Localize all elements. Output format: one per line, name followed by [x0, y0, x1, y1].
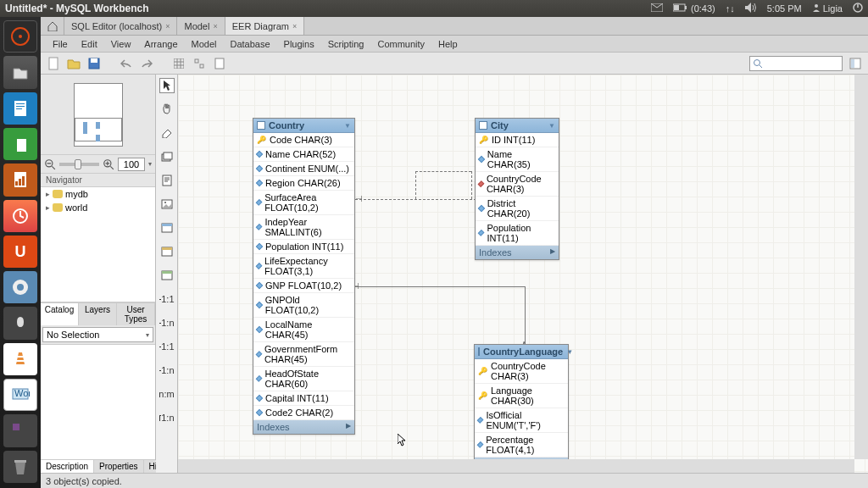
dash-icon[interactable] [3, 20, 37, 53]
trash-icon[interactable] [3, 451, 37, 483]
zoom-slider[interactable] [59, 163, 99, 166]
volume-icon[interactable] [745, 3, 757, 14]
menu-arrange[interactable]: Arrange [137, 37, 184, 51]
relation-country-lang[interactable] [352, 286, 525, 287]
tab-eer-diagram[interactable]: EER Diagram× [225, 17, 305, 35]
eraser-tool[interactable] [159, 125, 175, 141]
redo-button[interactable] [139, 56, 154, 71]
vlc-icon[interactable] [3, 343, 37, 375]
column[interactable]: Region CHAR(26) [253, 176, 354, 191]
workbench-icon[interactable]: WorkBench [3, 379, 37, 411]
note-tool[interactable] [159, 173, 175, 188]
update-icon[interactable] [3, 200, 37, 232]
menu-community[interactable]: Community [370, 37, 431, 51]
tab-layers[interactable]: Layers [79, 303, 117, 325]
mail-icon[interactable] [651, 3, 663, 14]
menu-help[interactable]: Help [431, 37, 465, 51]
expand-icon[interactable]: ▸ [46, 190, 50, 198]
entity-country[interactable]: Country▼ 🔑Code CHAR(3)Name CHAR(52)Conti… [253, 118, 355, 435]
menu-scripting[interactable]: Scripting [321, 37, 371, 51]
column[interactable]: LifeExpectancy FLOAT(3,1) [253, 254, 354, 279]
routine-tool[interactable] [159, 268, 175, 283]
page-setup-button[interactable] [212, 56, 227, 71]
menu-plugins[interactable]: Plugins [277, 37, 321, 51]
hand-tool[interactable] [159, 102, 175, 117]
rel-1-1-id-tool[interactable]: 1:1 [159, 339, 175, 354]
indexes-label[interactable]: Indexes [257, 422, 290, 432]
relation-country-city[interactable] [415, 171, 416, 199]
software-center-icon[interactable]: U [3, 236, 37, 268]
vertical-scrollbar[interactable] [854, 75, 868, 459]
column[interactable]: 🔑Code CHAR(3) [253, 133, 354, 147]
relation-country-lang[interactable] [525, 286, 526, 346]
grid-toggle-button[interactable] [171, 56, 186, 71]
minimap[interactable] [74, 83, 123, 147]
undo-button[interactable] [119, 56, 134, 71]
relation-country-city[interactable] [471, 171, 472, 199]
menu-model[interactable]: Model [185, 37, 224, 51]
relation-country-city[interactable] [415, 171, 471, 172]
column[interactable]: Name CHAR(52) [253, 147, 354, 162]
zoom-value[interactable]: 100 [118, 158, 145, 171]
canvas[interactable]: ≺ ⊣ ⊣ ≺ Country▼ 🔑Code CHAR(3)Name CHAR(… [178, 75, 868, 473]
column[interactable]: District CHAR(20) [476, 197, 559, 221]
align-button[interactable] [192, 56, 207, 71]
zoom-out-icon[interactable] [44, 158, 56, 170]
column[interactable]: HeadOfState CHAR(60) [253, 367, 354, 391]
network-icon[interactable]: ↑↓ [726, 3, 735, 14]
menu-edit[interactable]: Edit [75, 37, 104, 51]
zoom-in-icon[interactable] [103, 158, 114, 170]
entity-city[interactable]: City▼ 🔑ID INT(11)Name CHAR(35)CountryCod… [475, 118, 559, 260]
pointer-tool[interactable] [159, 78, 175, 93]
impress-icon[interactable] [3, 164, 37, 196]
power-icon[interactable] [853, 3, 863, 14]
column[interactable]: IndepYear SMALLINT(6) [253, 215, 354, 240]
gnome-app-icon[interactable] [3, 307, 37, 339]
rel-1-n-id-tool[interactable]: 1:n [159, 363, 175, 378]
selection-combo[interactable]: No Selection▾ [42, 327, 153, 342]
expand-icon[interactable]: ▶ [550, 247, 555, 258]
column[interactable]: CountryCode CHAR(3) [476, 172, 559, 197]
table-tool[interactable] [159, 220, 175, 236]
open-button[interactable] [66, 56, 81, 71]
rel-n-m-tool[interactable]: n:m [159, 386, 175, 402]
column[interactable]: 🔑Language CHAR(30) [475, 384, 568, 408]
calc-icon[interactable] [3, 128, 37, 160]
close-icon[interactable]: × [292, 22, 297, 30]
tab-model[interactable]: Model× [177, 17, 225, 35]
column[interactable]: Name CHAR(35) [476, 147, 559, 172]
column[interactable]: LocalName CHAR(45) [253, 318, 354, 342]
view-tool[interactable] [159, 244, 175, 259]
image-tool[interactable] [159, 197, 175, 212]
workspace-switcher-icon[interactable] [3, 414, 37, 446]
new-file-button[interactable] [46, 56, 61, 71]
horizontal-scrollbar[interactable] [178, 459, 854, 473]
clock[interactable]: 5:05 PM [767, 3, 802, 14]
save-button[interactable] [86, 56, 102, 71]
files-icon[interactable] [3, 56, 37, 88]
close-icon[interactable]: × [213, 22, 217, 30]
collapse-icon[interactable]: ▼ [566, 348, 573, 356]
catalog-tree[interactable]: ▸mydb ▸world [41, 186, 155, 302]
collapse-icon[interactable]: ▼ [548, 122, 555, 130]
menu-database[interactable]: Database [223, 37, 276, 51]
layer-tool[interactable] [159, 149, 175, 164]
column[interactable]: 🔑CountryCode CHAR(3) [475, 359, 568, 384]
column[interactable]: Population INT(11) [476, 221, 559, 246]
indexes-label[interactable]: Indexes [479, 247, 512, 258]
rel-1-n-nonid-tool[interactable]: 1:n [159, 315, 175, 330]
expand-icon[interactable]: ▶ [346, 422, 351, 432]
home-tab[interactable] [41, 17, 64, 35]
entity-countrylanguage[interactable]: CountryLanguage▼ 🔑CountryCode CHAR(3)🔑La… [474, 344, 569, 472]
column[interactable]: SurfaceArea FLOAT(10,2) [253, 191, 354, 215]
column[interactable]: 🔑ID INT(11) [476, 133, 559, 147]
writer-icon[interactable] [3, 92, 37, 125]
close-icon[interactable]: × [165, 22, 170, 30]
column[interactable]: Capital INT(11) [253, 391, 354, 406]
tab-user-types[interactable]: User Types [117, 303, 155, 325]
menu-view[interactable]: View [104, 37, 138, 51]
expand-icon[interactable]: ▸ [46, 203, 50, 212]
column[interactable]: Population INT(11) [253, 240, 354, 254]
battery-indicator[interactable]: (0:43) [673, 3, 715, 14]
column[interactable]: GNPOld FLOAT(10,2) [253, 293, 354, 318]
